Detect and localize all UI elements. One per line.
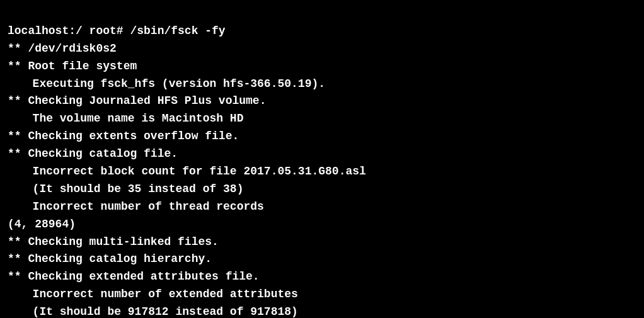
indent-space [8,286,33,304]
indent-space [8,76,33,93]
terminal-line: Incorrect number of thread records [8,198,636,216]
terminal-line: ** Checking extents overflow file. [8,128,636,145]
terminal-line: (It should be 917812 instead of 917818) [8,304,636,318]
terminal-line: Incorrect number of extended attributes [8,286,636,304]
terminal-line: The volume name is Macintosh HD [8,110,636,128]
indent-space [8,304,33,318]
indent-space [8,181,33,198]
terminal-line: ** Checking multi-linked files. [8,234,636,251]
indent-space [8,163,33,181]
terminal-line: localhost:/ root# /sbin/fsck -fy [8,23,636,40]
terminal-window: localhost:/ root# /sbin/fsck -fy** /dev/… [0,0,644,318]
terminal-line: ** Checking extended attributes file. [8,268,636,286]
terminal-line: ** Checking catalog file. [8,145,636,163]
indent-space [8,198,33,216]
terminal-line: ** Checking Journaled HFS Plus volume. [8,93,636,110]
terminal-line: ** Root file system [8,58,636,76]
terminal-line: Incorrect block count for file 2017.05.3… [8,163,636,181]
terminal-line: (It should be 35 instead of 38) [8,181,636,198]
terminal-line: ** Checking catalog hierarchy. [8,251,636,268]
terminal-line: ** /dev/rdisk0s2 [8,40,636,58]
terminal-line: (4, 28964) [8,216,636,234]
indent-space [8,110,33,128]
terminal-line: Executing fsck_hfs (version hfs-366.50.1… [8,76,636,93]
